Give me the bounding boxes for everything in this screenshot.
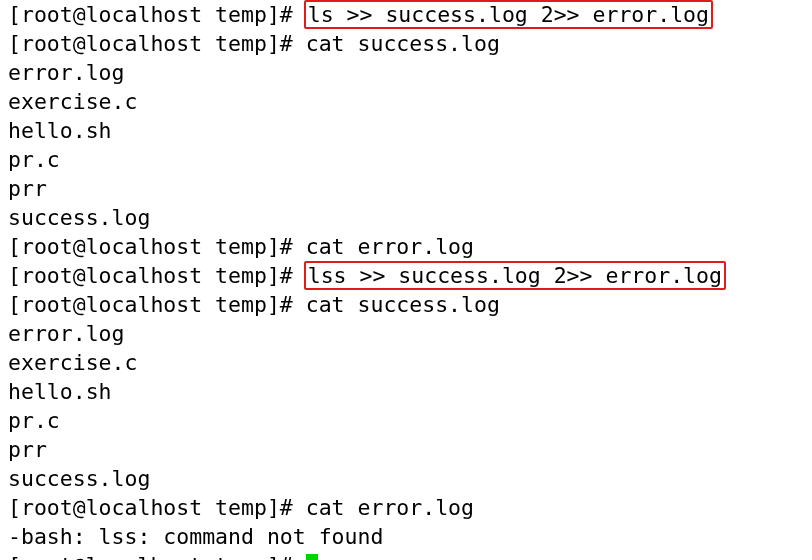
output-text: error.log [8, 60, 125, 85]
output-text: hello.sh [8, 379, 112, 404]
output-text: exercise.c [8, 89, 137, 114]
output-text: prr [8, 437, 47, 462]
terminal-line: [root@localhost temp]# cat error.log [8, 232, 804, 261]
output-text: pr.c [8, 147, 60, 172]
shell-prompt: [root@localhost temp]# [8, 553, 306, 560]
output-text: pr.c [8, 408, 60, 433]
terminal-line: success.log [8, 203, 804, 232]
command: cat success.log [306, 292, 500, 317]
output-text: success.log [8, 205, 150, 230]
terminal-line: pr.c [8, 145, 804, 174]
output-text: exercise.c [8, 350, 137, 375]
output-text: error.log [8, 321, 125, 346]
terminal-line: prr [8, 174, 804, 203]
terminal-line: error.log [8, 319, 804, 348]
output-text: success.log [8, 466, 150, 491]
cursor [306, 554, 318, 560]
terminal-line: [root@localhost temp]# cat success.log [8, 29, 804, 58]
terminal[interactable]: [root@localhost temp]# ls >> success.log… [0, 0, 812, 560]
terminal-line: hello.sh [8, 377, 804, 406]
shell-prompt: [root@localhost temp]# [8, 234, 306, 259]
shell-prompt: [root@localhost temp]# [8, 2, 306, 27]
output-text: hello.sh [8, 118, 112, 143]
terminal-line: [root@localhost temp]# ls >> success.log… [8, 0, 804, 29]
command: cat error.log [306, 234, 474, 259]
command-highlighted: lss >> success.log 2>> error.log [304, 261, 726, 290]
terminal-line: exercise.c [8, 87, 804, 116]
terminal-line: prr [8, 435, 804, 464]
terminal-line: pr.c [8, 406, 804, 435]
shell-prompt: [root@localhost temp]# [8, 31, 306, 56]
terminal-line: exercise.c [8, 348, 804, 377]
terminal-line: [root@localhost temp]# cat success.log [8, 290, 804, 319]
terminal-line: success.log [8, 464, 804, 493]
terminal-line: [root@localhost temp]# cat error.log [8, 493, 804, 522]
command: cat success.log [306, 31, 500, 56]
terminal-line: [root@localhost temp]# [8, 551, 804, 560]
command-highlighted: ls >> success.log 2>> error.log [304, 0, 713, 29]
terminal-line: hello.sh [8, 116, 804, 145]
terminal-line: -bash: lss: command not found [8, 522, 804, 551]
shell-prompt: [root@localhost temp]# [8, 495, 306, 520]
terminal-line: [root@localhost temp]# lss >> success.lo… [8, 261, 804, 290]
terminal-line: error.log [8, 58, 804, 87]
output-text: prr [8, 176, 47, 201]
shell-prompt: [root@localhost temp]# [8, 292, 306, 317]
shell-prompt: [root@localhost temp]# [8, 263, 306, 288]
command: cat error.log [306, 495, 474, 520]
output-text: -bash: lss: command not found [8, 524, 383, 549]
